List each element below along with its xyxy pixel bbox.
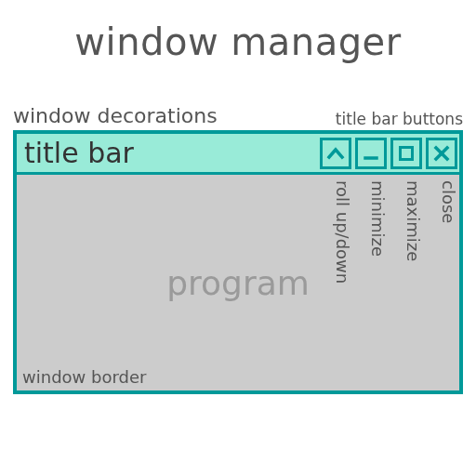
minimize-button[interactable] (355, 138, 387, 169)
label-maximize: maximize (403, 180, 423, 261)
window-frame: title bar (13, 130, 463, 394)
title-bar-text: title bar (17, 137, 320, 169)
label-window-border: window border (22, 367, 146, 387)
maximize-button[interactable] (390, 138, 422, 169)
close-icon (432, 144, 451, 163)
label-minimize: minimize (368, 180, 388, 257)
diagram-title: window manager (0, 20, 476, 63)
close-button[interactable] (426, 138, 457, 169)
minimize-icon (362, 144, 380, 163)
label-window-decorations: window decorations (13, 104, 218, 127)
label-titlebar-buttons: title bar buttons (336, 110, 463, 128)
program-placeholder-label: program (166, 264, 310, 302)
label-close: close (439, 180, 458, 223)
rollup-button[interactable] (320, 138, 351, 169)
svg-rect-1 (401, 147, 413, 159)
chevron-up-icon (326, 144, 345, 163)
title-bar-button-group (320, 134, 459, 172)
maximize-icon (397, 144, 416, 163)
title-bar[interactable]: title bar (17, 134, 459, 175)
diagram-stage: window manager window decorations title … (0, 0, 476, 476)
label-rollup: roll up/down (333, 180, 352, 284)
window-content-area: program window border (17, 175, 459, 390)
